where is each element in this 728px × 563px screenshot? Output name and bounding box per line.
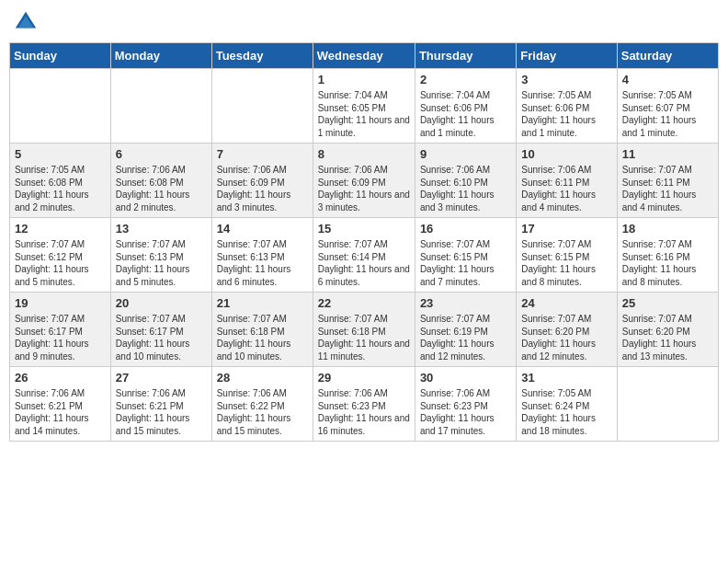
day-number: 16 — [420, 222, 511, 236]
calendar-cell — [211, 69, 313, 144]
day-number: 12 — [15, 222, 106, 236]
day-info: Sunrise: 7:04 AM Sunset: 6:05 PM Dayligh… — [318, 89, 410, 139]
calendar-cell: 23Sunrise: 7:07 AM Sunset: 6:19 PM Dayli… — [415, 293, 516, 367]
calendar-cell: 2Sunrise: 7:04 AM Sunset: 6:06 PM Daylig… — [415, 69, 516, 144]
calendar-cell: 17Sunrise: 7:07 AM Sunset: 6:15 PM Dayli… — [517, 218, 617, 293]
calendar-cell — [110, 69, 211, 144]
day-info: Sunrise: 7:06 AM Sunset: 6:21 PM Dayligh… — [116, 387, 207, 437]
calendar-cell: 27Sunrise: 7:06 AM Sunset: 6:21 PM Dayli… — [110, 367, 211, 442]
calendar-cell: 11Sunrise: 7:07 AM Sunset: 6:11 PM Dayli… — [617, 144, 718, 218]
day-number: 24 — [521, 296, 611, 310]
calendar-cell: 7Sunrise: 7:06 AM Sunset: 6:09 PM Daylig… — [211, 144, 313, 218]
day-info: Sunrise: 7:07 AM Sunset: 6:13 PM Dayligh… — [217, 238, 308, 288]
day-number: 8 — [318, 147, 410, 161]
weekday-header-saturday: Saturday — [617, 43, 718, 69]
day-number: 20 — [116, 296, 207, 310]
calendar-cell: 9Sunrise: 7:06 AM Sunset: 6:10 PM Daylig… — [415, 144, 516, 218]
calendar-cell: 4Sunrise: 7:05 AM Sunset: 6:07 PM Daylig… — [617, 69, 718, 144]
calendar-cell: 19Sunrise: 7:07 AM Sunset: 6:17 PM Dayli… — [10, 293, 111, 367]
day-number: 27 — [116, 371, 207, 385]
day-number: 6 — [116, 147, 207, 161]
day-info: Sunrise: 7:07 AM Sunset: 6:18 PM Dayligh… — [217, 313, 308, 362]
day-info: Sunrise: 7:06 AM Sunset: 6:23 PM Dayligh… — [420, 387, 511, 437]
weekday-header-sunday: Sunday — [10, 43, 111, 69]
calendar-cell: 1Sunrise: 7:04 AM Sunset: 6:05 PM Daylig… — [313, 69, 415, 144]
calendar-cell: 14Sunrise: 7:07 AM Sunset: 6:13 PM Dayli… — [211, 218, 313, 293]
calendar-cell: 10Sunrise: 7:06 AM Sunset: 6:11 PM Dayli… — [517, 144, 617, 218]
calendar-cell: 29Sunrise: 7:06 AM Sunset: 6:23 PM Dayli… — [313, 367, 415, 442]
day-number: 14 — [217, 222, 308, 236]
calendar-cell: 28Sunrise: 7:06 AM Sunset: 6:22 PM Dayli… — [211, 367, 313, 442]
day-info: Sunrise: 7:05 AM Sunset: 6:08 PM Dayligh… — [15, 164, 106, 213]
day-number: 22 — [318, 296, 410, 310]
calendar-cell — [617, 367, 718, 442]
calendar-cell: 22Sunrise: 7:07 AM Sunset: 6:18 PM Dayli… — [313, 293, 415, 367]
day-info: Sunrise: 7:07 AM Sunset: 6:18 PM Dayligh… — [318, 313, 410, 362]
day-info: Sunrise: 7:06 AM Sunset: 6:09 PM Dayligh… — [318, 164, 410, 213]
day-number: 29 — [318, 371, 410, 385]
day-number: 10 — [521, 147, 611, 161]
calendar-cell: 31Sunrise: 7:05 AM Sunset: 6:24 PM Dayli… — [517, 367, 617, 442]
day-number: 9 — [420, 147, 511, 161]
day-number: 13 — [116, 222, 207, 236]
weekday-header-wednesday: Wednesday — [313, 43, 415, 69]
day-number: 1 — [318, 73, 410, 86]
day-info: Sunrise: 7:07 AM Sunset: 6:19 PM Dayligh… — [420, 313, 511, 362]
day-number: 15 — [318, 222, 410, 236]
page-header — [9, 9, 719, 35]
day-info: Sunrise: 7:07 AM Sunset: 6:15 PM Dayligh… — [420, 238, 511, 288]
calendar-cell: 8Sunrise: 7:06 AM Sunset: 6:09 PM Daylig… — [313, 144, 415, 218]
weekday-header-monday: Monday — [110, 43, 211, 69]
day-number: 11 — [622, 147, 713, 161]
calendar-cell: 3Sunrise: 7:05 AM Sunset: 6:06 PM Daylig… — [517, 69, 617, 144]
day-number: 4 — [622, 73, 713, 86]
day-info: Sunrise: 7:07 AM Sunset: 6:13 PM Dayligh… — [116, 238, 207, 288]
day-info: Sunrise: 7:05 AM Sunset: 6:06 PM Dayligh… — [521, 89, 611, 139]
calendar-cell: 24Sunrise: 7:07 AM Sunset: 6:20 PM Dayli… — [517, 293, 617, 367]
day-info: Sunrise: 7:06 AM Sunset: 6:23 PM Dayligh… — [318, 387, 410, 437]
day-number: 18 — [622, 222, 713, 236]
day-info: Sunrise: 7:06 AM Sunset: 6:10 PM Dayligh… — [420, 164, 511, 213]
calendar-cell: 5Sunrise: 7:05 AM Sunset: 6:08 PM Daylig… — [10, 144, 111, 218]
day-info: Sunrise: 7:04 AM Sunset: 6:06 PM Dayligh… — [420, 89, 511, 139]
logo — [13, 9, 42, 35]
calendar-cell: 13Sunrise: 7:07 AM Sunset: 6:13 PM Dayli… — [110, 218, 211, 293]
calendar-cell: 20Sunrise: 7:07 AM Sunset: 6:17 PM Dayli… — [110, 293, 211, 367]
day-info: Sunrise: 7:07 AM Sunset: 6:14 PM Dayligh… — [318, 238, 410, 288]
day-info: Sunrise: 7:05 AM Sunset: 6:24 PM Dayligh… — [521, 387, 611, 437]
day-info: Sunrise: 7:06 AM Sunset: 6:08 PM Dayligh… — [116, 164, 207, 213]
weekday-header-thursday: Thursday — [415, 43, 516, 69]
day-number: 21 — [217, 296, 308, 310]
calendar-cell: 26Sunrise: 7:06 AM Sunset: 6:21 PM Dayli… — [10, 367, 111, 442]
calendar-cell: 25Sunrise: 7:07 AM Sunset: 6:20 PM Dayli… — [617, 293, 718, 367]
day-number: 31 — [521, 371, 611, 385]
day-info: Sunrise: 7:07 AM Sunset: 6:16 PM Dayligh… — [622, 238, 713, 288]
calendar-cell: 15Sunrise: 7:07 AM Sunset: 6:14 PM Dayli… — [313, 218, 415, 293]
day-info: Sunrise: 7:07 AM Sunset: 6:17 PM Dayligh… — [15, 313, 106, 362]
day-number: 3 — [521, 73, 611, 86]
day-number: 5 — [15, 147, 106, 161]
calendar-cell: 6Sunrise: 7:06 AM Sunset: 6:08 PM Daylig… — [110, 144, 211, 218]
day-info: Sunrise: 7:06 AM Sunset: 6:21 PM Dayligh… — [15, 387, 106, 437]
logo-icon — [13, 9, 39, 35]
calendar-cell: 12Sunrise: 7:07 AM Sunset: 6:12 PM Dayli… — [10, 218, 111, 293]
day-number: 19 — [15, 296, 106, 310]
weekday-header-friday: Friday — [517, 43, 617, 69]
day-info: Sunrise: 7:07 AM Sunset: 6:12 PM Dayligh… — [15, 238, 106, 288]
day-number: 25 — [622, 296, 713, 310]
day-number: 7 — [217, 147, 308, 161]
calendar-cell: 18Sunrise: 7:07 AM Sunset: 6:16 PM Dayli… — [617, 218, 718, 293]
day-info: Sunrise: 7:06 AM Sunset: 6:09 PM Dayligh… — [217, 164, 308, 213]
day-info: Sunrise: 7:07 AM Sunset: 6:17 PM Dayligh… — [116, 313, 207, 362]
day-number: 2 — [420, 73, 511, 86]
day-info: Sunrise: 7:07 AM Sunset: 6:20 PM Dayligh… — [622, 313, 713, 362]
day-info: Sunrise: 7:06 AM Sunset: 6:11 PM Dayligh… — [521, 164, 611, 213]
day-info: Sunrise: 7:06 AM Sunset: 6:22 PM Dayligh… — [217, 387, 308, 437]
calendar-table: SundayMondayTuesdayWednesdayThursdayFrid… — [9, 42, 719, 442]
day-number: 26 — [15, 371, 106, 385]
day-info: Sunrise: 7:05 AM Sunset: 6:07 PM Dayligh… — [622, 89, 713, 139]
day-info: Sunrise: 7:07 AM Sunset: 6:11 PM Dayligh… — [622, 164, 713, 213]
calendar-cell — [10, 69, 111, 144]
day-info: Sunrise: 7:07 AM Sunset: 6:20 PM Dayligh… — [521, 313, 611, 362]
day-number: 23 — [420, 296, 511, 310]
